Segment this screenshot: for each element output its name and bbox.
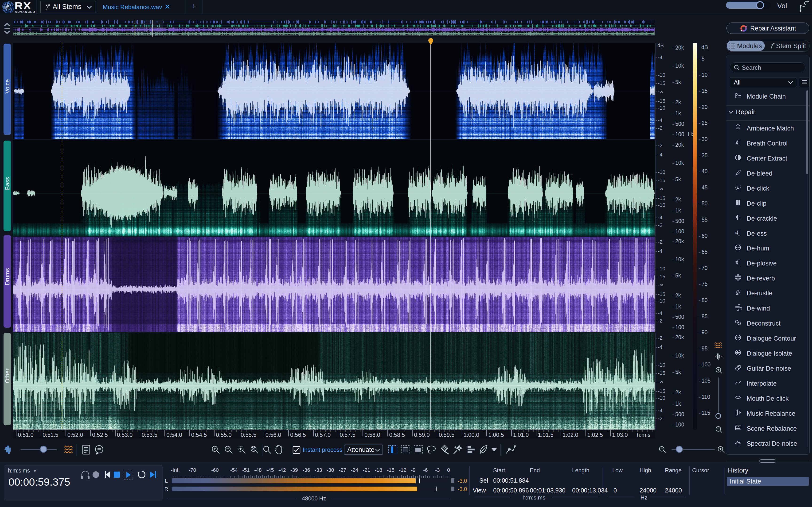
svg-text:Ss: Ss <box>735 231 738 234</box>
